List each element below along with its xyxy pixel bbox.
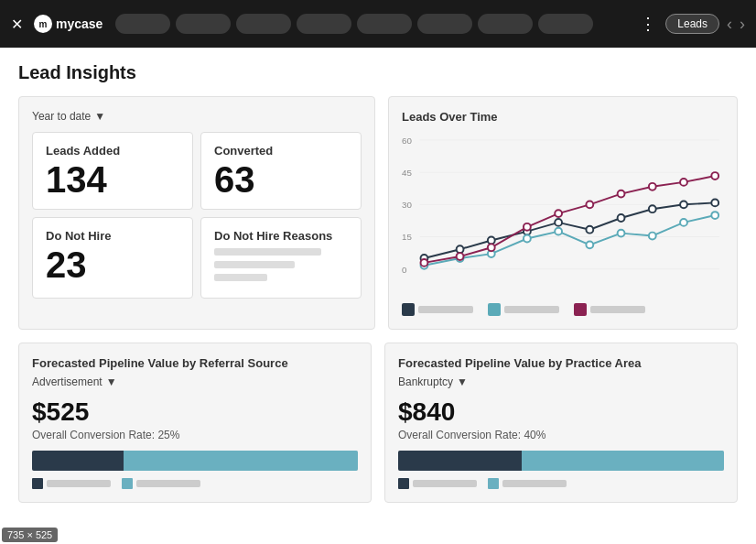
chart-title: Leads Over Time: [402, 110, 724, 124]
svg-point-15: [586, 226, 593, 234]
do-not-hire-reasons-box: Do Not Hire Reasons: [200, 217, 362, 299]
pipeline-left-rate: Overall Conversion Rate: 25%: [32, 429, 358, 441]
chart-legend: [402, 303, 724, 316]
svg-point-19: [711, 199, 718, 206]
logo-icon: m: [34, 15, 52, 33]
reason-bar-2: [214, 261, 295, 268]
nav-forward-icon[interactable]: ›: [740, 15, 745, 34]
legend-dot-2: [488, 303, 501, 316]
bar-legend-sq-2: [122, 478, 133, 489]
svg-point-11: [457, 245, 464, 253]
svg-point-29: [711, 212, 718, 219]
legend-item-3: [574, 303, 645, 316]
bar-legend-item-1: [32, 478, 111, 489]
nav-pill-7[interactable]: [478, 14, 533, 34]
bar-legend-item-3: [398, 478, 477, 489]
svg-point-17: [649, 205, 656, 212]
reason-bar-1: [214, 248, 321, 256]
nav-pill-6[interactable]: [417, 14, 472, 34]
pipeline-left-bar-dark: [32, 451, 124, 471]
svg-text:0: 0: [402, 265, 407, 275]
chart-area: 60 45 30 15 0: [402, 131, 724, 296]
nav-pill-4[interactable]: [297, 14, 351, 34]
svg-text:60: 60: [402, 136, 412, 146]
pipeline-left-dropdown-icon: ▼: [106, 375, 117, 388]
svg-point-38: [680, 179, 687, 186]
nav-pill-5[interactable]: [357, 14, 412, 34]
bar-legend-sq-1: [32, 478, 43, 489]
converted-box: Converted 63: [200, 132, 362, 210]
bar-legend-item-4: [488, 478, 567, 489]
bar-legend-label-2: [136, 480, 200, 487]
do-not-hire-box: Do Not Hire 23: [32, 217, 193, 299]
nav-pill-1[interactable]: [115, 14, 170, 34]
svg-point-27: [649, 233, 656, 240]
pipeline-right-title: Forecasted Pipeline Value by Practice Ar…: [398, 356, 724, 370]
svg-point-25: [586, 241, 593, 248]
app-logo: m mycase: [34, 15, 103, 33]
pipeline-left-filter[interactable]: Advertisement ▼: [32, 375, 358, 388]
nav-pill-2[interactable]: [176, 14, 231, 34]
legend-item-1: [402, 303, 473, 316]
nav-back-icon[interactable]: ‹: [727, 15, 732, 34]
svg-point-26: [618, 230, 625, 237]
pipeline-right-dropdown-icon: ▼: [457, 375, 468, 388]
pipeline-right-bar: [398, 451, 724, 471]
do-not-hire-reasons-label: Do Not Hire Reasons: [214, 229, 348, 243]
bar-legend-sq-4: [488, 478, 499, 489]
pipeline-right-value: $840: [398, 397, 724, 427]
svg-point-12: [488, 237, 495, 245]
stats-card: Year to date ▼ Leads Added 134 Converted…: [18, 96, 375, 330]
svg-point-37: [649, 183, 656, 190]
active-nav-tab[interactable]: Leads: [665, 14, 719, 34]
pipeline-left-title: Forecasted Pipeline Value by Referral So…: [32, 356, 358, 370]
legend-item-2: [488, 303, 559, 316]
nav-pill-3[interactable]: [236, 14, 291, 34]
pipeline-left-bar-teal: [124, 451, 358, 471]
pipeline-right-filter[interactable]: Bankruptcy ▼: [398, 375, 724, 388]
pipeline-left-bar: [32, 451, 358, 471]
top-nav: ✕ m mycase ⋮ Leads ‹ ›: [0, 0, 756, 48]
bar-legend-sq-3: [398, 478, 409, 489]
legend-label-2: [504, 306, 559, 313]
nav-right: ⋮ Leads ‹ ›: [640, 14, 745, 34]
do-not-hire-label: Do Not Hire: [46, 229, 179, 243]
close-icon[interactable]: ✕: [11, 16, 23, 33]
svg-point-14: [555, 219, 562, 226]
dropdown-arrow-icon: ▼: [94, 110, 105, 123]
chart-card: Leads Over Time 60 45 30 15 0: [388, 96, 738, 330]
pipeline-right-bar-dark: [398, 451, 522, 471]
converted-value: 63: [214, 161, 348, 198]
size-badge: 735 × 525: [2, 528, 58, 542]
leads-over-time-chart: 60 45 30 15 0: [402, 131, 724, 305]
nav-pill-8[interactable]: [538, 14, 593, 34]
converted-label: Converted: [214, 144, 348, 158]
legend-dot-1: [402, 303, 415, 316]
svg-point-23: [524, 235, 531, 243]
bottom-row: Forecasted Pipeline Value by Referral So…: [18, 343, 738, 503]
bar-legend-item-2: [122, 478, 200, 489]
leads-added-label: Leads Added: [46, 144, 179, 158]
svg-point-32: [488, 244, 495, 251]
svg-point-16: [618, 214, 625, 222]
svg-point-30: [421, 259, 428, 267]
stats-filter[interactable]: Year to date ▼: [32, 110, 362, 123]
page-title: Lead Insights: [18, 62, 738, 83]
svg-point-35: [586, 201, 593, 208]
svg-point-39: [711, 172, 718, 180]
pipeline-card-left: Forecasted Pipeline Value by Referral So…: [18, 343, 372, 503]
svg-point-18: [680, 201, 687, 208]
svg-point-28: [680, 219, 687, 226]
bar-legend-label-1: [47, 480, 111, 487]
more-icon[interactable]: ⋮: [640, 14, 658, 34]
svg-point-36: [618, 190, 625, 198]
main-content: Lead Insights Year to date ▼ Leads Added…: [0, 48, 756, 544]
svg-point-33: [524, 223, 531, 231]
pipeline-right-legend: [398, 478, 724, 489]
do-not-hire-value: 23: [46, 246, 179, 283]
pipeline-card-right: Forecasted Pipeline Value by Practice Ar…: [384, 343, 738, 503]
pipeline-left-value: $525: [32, 397, 358, 427]
legend-dot-3: [574, 303, 587, 316]
pipeline-right-bar-teal: [522, 451, 724, 471]
svg-text:30: 30: [402, 200, 412, 210]
